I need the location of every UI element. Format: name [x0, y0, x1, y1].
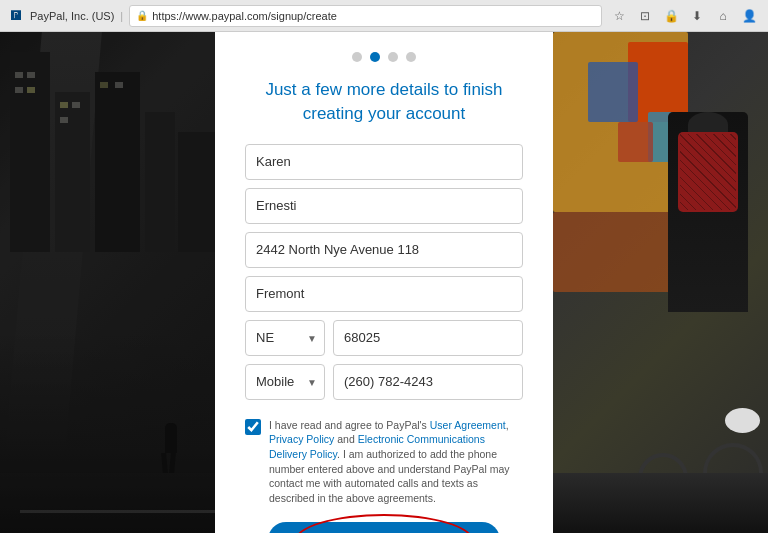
dot-1: [352, 52, 362, 62]
url-bar[interactable]: 🔒 https://www.paypal.com/signup/create: [129, 5, 602, 27]
privacy-policy-link[interactable]: Privacy Policy: [269, 433, 334, 445]
state-zip-row: NE AL AK AZ CA CO NY TX ▼: [245, 320, 523, 356]
title-plain: Just a few more details: [265, 80, 444, 99]
person-btn[interactable]: 👤: [738, 5, 760, 27]
last-name-input[interactable]: [245, 188, 523, 224]
phone-type-select[interactable]: Mobile Home Work: [245, 364, 325, 400]
create-account-button[interactable]: Agree and Create Account: [268, 522, 499, 533]
legal-checkbox[interactable]: [245, 419, 261, 435]
first-name-input[interactable]: [245, 144, 523, 180]
bookmark-btn[interactable]: ☆: [608, 5, 630, 27]
progress-dots: [352, 52, 416, 62]
state-select[interactable]: NE AL AK AZ CA CO NY TX: [245, 320, 325, 356]
first-name-field: [245, 144, 523, 180]
page-wrapper: Just a few more details to finish creati…: [0, 32, 768, 533]
padlock-btn[interactable]: 🔒: [660, 5, 682, 27]
address-input[interactable]: [245, 232, 523, 268]
dot-4: [406, 52, 416, 62]
separator: |: [120, 10, 123, 22]
site-label: PayPal, Inc. (US): [30, 10, 114, 22]
dot-2: [370, 52, 380, 62]
address-field: [245, 232, 523, 268]
url-text: https://www.paypal.com/signup/create: [152, 10, 337, 22]
browser-chrome: 🅿 PayPal, Inc. (US) | 🔒 https://www.payp…: [0, 0, 768, 32]
phone-row: Mobile Home Work ▼: [245, 364, 523, 400]
phone-type-select-wrap: Mobile Home Work ▼: [245, 364, 325, 400]
modal-overlay: Just a few more details to finish creati…: [215, 32, 553, 533]
bg-left: [0, 32, 215, 533]
user-agreement-link[interactable]: User Agreement: [430, 419, 506, 431]
dot-3: [388, 52, 398, 62]
paypal-favicon: 🅿: [8, 8, 24, 24]
download-btn[interactable]: ⬇: [686, 5, 708, 27]
city-input[interactable]: [245, 276, 523, 312]
zip-input[interactable]: [333, 320, 523, 356]
bg-right: [553, 32, 768, 533]
submit-button-wrap: Agree and Create Account: [245, 522, 523, 533]
home-btn[interactable]: ⌂: [712, 5, 734, 27]
city-field: [245, 276, 523, 312]
state-select-wrap: NE AL AK AZ CA CO NY TX ▼: [245, 320, 325, 356]
reading-btn[interactable]: ⊡: [634, 5, 656, 27]
legal-checkbox-row: I have read and agree to PayPal's User A…: [245, 418, 523, 506]
phone-number-input[interactable]: [333, 364, 523, 400]
last-name-field: [245, 188, 523, 224]
legal-text: I have read and agree to PayPal's User A…: [269, 418, 523, 506]
browser-actions: ☆ ⊡ 🔒 ⬇ ⌂ 👤: [608, 5, 760, 27]
lock-icon: 🔒: [136, 10, 148, 21]
page-title: Just a few more details to finish creati…: [245, 78, 523, 126]
